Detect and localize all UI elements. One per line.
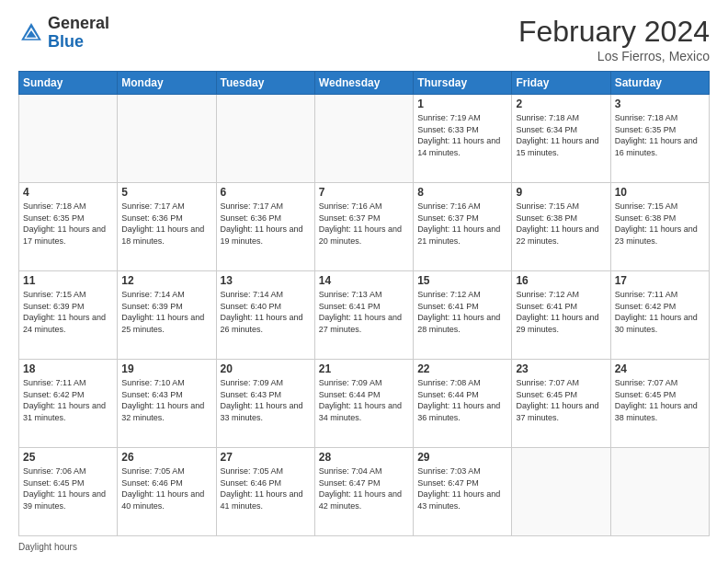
- day-number: 24: [615, 362, 705, 375]
- day-info: Sunrise: 7:15 AMSunset: 6:38 PMDaylight:…: [615, 201, 705, 247]
- day-cell: [610, 448, 709, 536]
- day-info: Sunrise: 7:07 AMSunset: 6:45 PMDaylight:…: [615, 377, 705, 423]
- day-info: Sunrise: 7:09 AMSunset: 6:44 PMDaylight:…: [319, 377, 409, 423]
- day-cell: 21Sunrise: 7:09 AMSunset: 6:44 PMDayligh…: [314, 360, 413, 448]
- day-info: Sunrise: 7:04 AMSunset: 6:47 PMDaylight:…: [319, 465, 409, 511]
- day-number: 15: [417, 274, 507, 287]
- week-row-5: 25Sunrise: 7:06 AMSunset: 6:45 PMDayligh…: [19, 448, 710, 536]
- header-sunday: Sunday: [19, 72, 118, 95]
- day-info: Sunrise: 7:06 AMSunset: 6:45 PMDaylight:…: [23, 465, 113, 511]
- day-cell: [118, 95, 216, 183]
- day-info: Sunrise: 7:12 AMSunset: 6:41 PMDaylight:…: [516, 289, 606, 335]
- day-cell: [19, 95, 118, 183]
- day-number: 3: [615, 98, 705, 110]
- header-thursday: Thursday: [414, 72, 512, 95]
- day-number: 26: [121, 451, 211, 464]
- week-row-4: 18Sunrise: 7:11 AMSunset: 6:42 PMDayligh…: [19, 360, 710, 448]
- day-info: Sunrise: 7:07 AMSunset: 6:45 PMDaylight:…: [516, 377, 606, 423]
- day-cell: 13Sunrise: 7:14 AMSunset: 6:40 PMDayligh…: [216, 271, 314, 360]
- day-number: 19: [121, 362, 211, 375]
- day-number: 6: [221, 186, 311, 199]
- day-info: Sunrise: 7:05 AMSunset: 6:46 PMDaylight:…: [221, 465, 311, 511]
- day-number: 11: [23, 274, 113, 287]
- week-row-2: 4Sunrise: 7:18 AMSunset: 6:35 PMDaylight…: [19, 183, 710, 271]
- day-number: 25: [23, 451, 113, 464]
- logo: General Blue: [18, 15, 109, 52]
- day-number: 21: [319, 362, 409, 375]
- day-info: Sunrise: 7:10 AMSunset: 6:43 PMDaylight:…: [121, 377, 211, 423]
- day-info: Sunrise: 7:09 AMSunset: 6:43 PMDaylight:…: [221, 377, 311, 423]
- month-year: February 2024: [518, 15, 710, 49]
- day-cell: 10Sunrise: 7:15 AMSunset: 6:38 PMDayligh…: [610, 183, 709, 271]
- day-cell: 2Sunrise: 7:18 AMSunset: 6:34 PMDaylight…: [512, 95, 610, 183]
- day-info: Sunrise: 7:12 AMSunset: 6:41 PMDaylight:…: [417, 289, 507, 335]
- day-info: Sunrise: 7:03 AMSunset: 6:47 PMDaylight:…: [417, 465, 507, 511]
- day-info: Sunrise: 7:19 AMSunset: 6:33 PMDaylight:…: [417, 112, 507, 158]
- day-cell: [216, 95, 314, 183]
- day-cell: 19Sunrise: 7:10 AMSunset: 6:43 PMDayligh…: [118, 360, 216, 448]
- day-cell: [512, 448, 610, 536]
- day-cell: 25Sunrise: 7:06 AMSunset: 6:45 PMDayligh…: [19, 448, 118, 536]
- day-cell: 1Sunrise: 7:19 AMSunset: 6:33 PMDaylight…: [414, 95, 512, 183]
- day-info: Sunrise: 7:13 AMSunset: 6:41 PMDaylight:…: [319, 289, 409, 335]
- page: General Blue February 2024 Los Fierros, …: [0, 0, 728, 563]
- day-number: 23: [516, 362, 606, 375]
- day-number: 22: [417, 362, 507, 375]
- day-number: 9: [516, 186, 606, 199]
- header: General Blue February 2024 Los Fierros, …: [18, 15, 710, 63]
- day-cell: 26Sunrise: 7:05 AMSunset: 6:46 PMDayligh…: [118, 448, 216, 536]
- day-cell: 3Sunrise: 7:18 AMSunset: 6:35 PMDaylight…: [610, 95, 709, 183]
- day-cell: 28Sunrise: 7:04 AMSunset: 6:47 PMDayligh…: [314, 448, 413, 536]
- title-block: February 2024 Los Fierros, Mexico: [518, 15, 710, 63]
- footer: Daylight hours: [18, 542, 710, 552]
- day-number: 17: [615, 274, 705, 287]
- day-cell: 7Sunrise: 7:16 AMSunset: 6:37 PMDaylight…: [314, 183, 413, 271]
- day-cell: 29Sunrise: 7:03 AMSunset: 6:47 PMDayligh…: [414, 448, 512, 536]
- day-cell: 18Sunrise: 7:11 AMSunset: 6:42 PMDayligh…: [19, 360, 118, 448]
- day-info: Sunrise: 7:14 AMSunset: 6:39 PMDaylight:…: [121, 289, 211, 335]
- day-cell: 22Sunrise: 7:08 AMSunset: 6:44 PMDayligh…: [414, 360, 512, 448]
- day-info: Sunrise: 7:08 AMSunset: 6:44 PMDaylight:…: [417, 377, 507, 423]
- logo-icon: [18, 20, 44, 46]
- day-info: Sunrise: 7:16 AMSunset: 6:37 PMDaylight:…: [319, 201, 409, 247]
- day-cell: 24Sunrise: 7:07 AMSunset: 6:45 PMDayligh…: [610, 360, 709, 448]
- day-cell: 23Sunrise: 7:07 AMSunset: 6:45 PMDayligh…: [512, 360, 610, 448]
- location: Los Fierros, Mexico: [518, 49, 710, 63]
- day-cell: 16Sunrise: 7:12 AMSunset: 6:41 PMDayligh…: [512, 271, 610, 360]
- day-info: Sunrise: 7:11 AMSunset: 6:42 PMDaylight:…: [615, 289, 705, 335]
- day-cell: 8Sunrise: 7:16 AMSunset: 6:37 PMDaylight…: [414, 183, 512, 271]
- day-info: Sunrise: 7:18 AMSunset: 6:35 PMDaylight:…: [615, 112, 705, 158]
- header-saturday: Saturday: [610, 72, 709, 95]
- day-number: 10: [615, 186, 705, 199]
- day-info: Sunrise: 7:17 AMSunset: 6:36 PMDaylight:…: [121, 201, 211, 247]
- day-cell: 11Sunrise: 7:15 AMSunset: 6:39 PMDayligh…: [19, 271, 118, 360]
- day-cell: [314, 95, 413, 183]
- day-info: Sunrise: 7:14 AMSunset: 6:40 PMDaylight:…: [221, 289, 311, 335]
- day-info: Sunrise: 7:05 AMSunset: 6:46 PMDaylight:…: [121, 465, 211, 511]
- day-info: Sunrise: 7:15 AMSunset: 6:38 PMDaylight:…: [516, 201, 606, 247]
- day-cell: 17Sunrise: 7:11 AMSunset: 6:42 PMDayligh…: [610, 271, 709, 360]
- day-cell: 4Sunrise: 7:18 AMSunset: 6:35 PMDaylight…: [19, 183, 118, 271]
- day-info: Sunrise: 7:18 AMSunset: 6:35 PMDaylight:…: [23, 201, 113, 247]
- day-number: 2: [516, 98, 606, 110]
- day-info: Sunrise: 7:11 AMSunset: 6:42 PMDaylight:…: [23, 377, 113, 423]
- day-number: 29: [417, 451, 507, 464]
- day-number: 5: [121, 186, 211, 199]
- day-cell: 27Sunrise: 7:05 AMSunset: 6:46 PMDayligh…: [216, 448, 314, 536]
- calendar-header-row: SundayMondayTuesdayWednesdayThursdayFrid…: [19, 72, 710, 95]
- logo-general: General: [48, 15, 109, 33]
- daylight-label: Daylight hours: [18, 542, 77, 552]
- day-number: 14: [319, 274, 409, 287]
- day-number: 27: [221, 451, 311, 464]
- day-number: 28: [319, 451, 409, 464]
- logo-text: General Blue: [48, 15, 109, 52]
- day-cell: 15Sunrise: 7:12 AMSunset: 6:41 PMDayligh…: [414, 271, 512, 360]
- day-number: 20: [221, 362, 311, 375]
- day-info: Sunrise: 7:18 AMSunset: 6:34 PMDaylight:…: [516, 112, 606, 158]
- day-cell: 9Sunrise: 7:15 AMSunset: 6:38 PMDaylight…: [512, 183, 610, 271]
- calendar-table: SundayMondayTuesdayWednesdayThursdayFrid…: [18, 71, 710, 536]
- day-cell: 12Sunrise: 7:14 AMSunset: 6:39 PMDayligh…: [118, 271, 216, 360]
- header-monday: Monday: [118, 72, 216, 95]
- day-number: 8: [417, 186, 507, 199]
- day-number: 13: [221, 274, 311, 287]
